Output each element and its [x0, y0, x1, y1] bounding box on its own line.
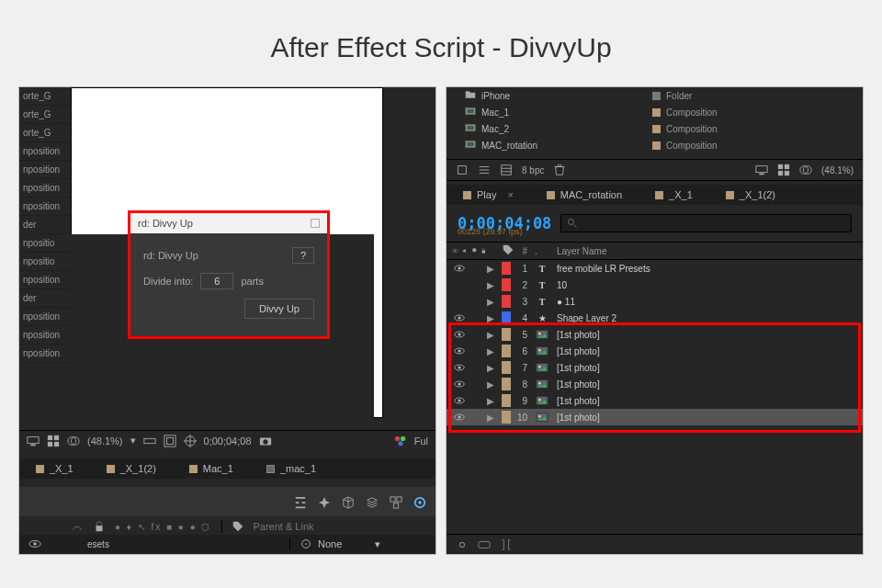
resolution-label[interactable]: Ful [414, 435, 428, 447]
close-icon[interactable] [311, 219, 320, 228]
project-item[interactable]: iPhoneFolder [447, 87, 863, 104]
project-row[interactable]: npositio [19, 253, 71, 271]
layer-row[interactable]: ▶6[1st photo] [447, 343, 863, 359]
mask-icon[interactable] [67, 435, 80, 447]
divvy-up-button[interactable]: Divvy Up [244, 299, 314, 319]
bpc-label[interactable]: 8 bpc [522, 165, 544, 175]
project-row[interactable]: nposition [19, 161, 71, 179]
flare-icon[interactable] [318, 496, 331, 509]
layer-row[interactable]: ▶1Tfree mobile LR Presets [447, 260, 863, 277]
project-row[interactable]: orte_G [19, 124, 71, 142]
project-item[interactable]: MAC_rotationComposition [447, 137, 863, 153]
svg-rect-83 [479, 541, 490, 548]
bracket-icon[interactable] [500, 538, 513, 551]
footer-timecode[interactable]: 0;00;04;08 [204, 435, 252, 447]
tab-_mac_1[interactable]: _mac_1 [250, 463, 333, 474]
svg-point-72 [458, 383, 461, 386]
svg-point-17 [401, 435, 405, 440]
svg-point-28 [305, 543, 307, 545]
project-row[interactable]: nposition [19, 271, 71, 289]
safezone-icon[interactable] [164, 435, 176, 447]
project-row[interactable]: orte_G [19, 106, 71, 124]
trash-icon[interactable] [553, 164, 566, 176]
chain-icon[interactable] [456, 538, 469, 551]
help-button[interactable]: ? [292, 247, 314, 264]
layer-row[interactable]: ▶5[1st photo] [447, 326, 863, 343]
svg-point-76 [458, 400, 461, 402]
layer-row[interactable]: ▶3T● 11 [447, 293, 863, 310]
project-row[interactable]: der [19, 289, 71, 308]
cube-icon[interactable] [342, 496, 355, 509]
project-row[interactable]: nposition [19, 142, 71, 161]
thumb-list-icon[interactable] [478, 164, 491, 176]
divide-into-label: Divide into: [143, 276, 193, 287]
layer-stack-icon[interactable] [366, 496, 379, 509]
lock-hdr-icon[interactable] [481, 244, 487, 257]
speaker-hdr-icon[interactable] [462, 244, 469, 257]
project-row[interactable]: nposition [19, 326, 71, 345]
tab-MAC_rotation[interactable]: MAC_rotation [530, 189, 639, 200]
project-row[interactable]: nposition [19, 308, 71, 326]
tab-_X_1(2)[interactable]: _X_1(2) [90, 463, 173, 474]
page-title: After Effect Script - DivvyUp [0, 0, 882, 86]
project-row[interactable]: nposition [19, 179, 71, 198]
svg-rect-35 [458, 166, 467, 175]
eye-icon[interactable] [28, 537, 41, 550]
monitor-icon[interactable] [755, 164, 768, 176]
film-icon[interactable] [500, 164, 513, 176]
tab-_X_1[interactable]: _X_1 [19, 463, 90, 474]
project-row[interactable]: nposition [19, 198, 71, 216]
pickwhip-icon[interactable] [300, 537, 312, 550]
layer-row[interactable]: ▶10[1st photo] [447, 409, 863, 425]
mask2-icon[interactable] [799, 164, 812, 176]
svg-point-60 [458, 334, 461, 336]
layer-row[interactable]: ▶4★Shape Layer 2 [447, 310, 863, 326]
palette-icon[interactable] [394, 435, 407, 447]
layer-row[interactable]: ▶8[1st photo] [447, 376, 863, 392]
project-row[interactable]: orte_G [19, 87, 71, 106]
tag-icon[interactable] [232, 520, 244, 533]
svg-point-68 [458, 367, 461, 369]
grid-small-icon[interactable] [777, 164, 790, 176]
camera-icon[interactable] [259, 435, 272, 447]
lock-icon[interactable] [93, 520, 106, 533]
project-item[interactable]: Mac_2Composition [447, 120, 863, 137]
boxes-icon[interactable] [390, 496, 402, 509]
ruler-icon[interactable] [143, 435, 156, 447]
tab-Mac_1[interactable]: Mac_1 [173, 463, 250, 474]
target-icon[interactable] [184, 435, 197, 447]
search-input[interactable] [560, 214, 852, 232]
project-row[interactable]: der [19, 216, 71, 234]
thumb-small-icon[interactable] [456, 164, 469, 176]
grid-icon[interactable] [47, 435, 60, 447]
zoom-level[interactable]: (48.1%) [87, 435, 123, 447]
layer-row[interactable]: ▶7[1st photo] [447, 359, 863, 376]
layer-row[interactable]: ▶9[1st photo] [447, 392, 863, 409]
svg-rect-2 [48, 435, 52, 439]
svg-rect-34 [467, 142, 474, 147]
svg-rect-44 [778, 164, 783, 169]
svg-point-64 [458, 350, 461, 353]
tab-_X_1(2)[interactable]: _X_1(2) [709, 189, 792, 200]
display-icon[interactable] [27, 435, 40, 447]
project-item[interactable]: Mac_1Composition [447, 104, 863, 120]
layers-list: ▶1Tfree mobile LR Presets▶2T10▶3T● 11▶4★… [447, 260, 863, 425]
tab-_X_1[interactable]: _X_1 [639, 189, 709, 200]
project-row[interactable]: nposition [19, 345, 71, 363]
divvyup-dialog: rd: Divvy Up rd: Divvy Up ? Divide into:… [128, 210, 330, 339]
tab-Play[interactable]: Play× [447, 189, 530, 200]
eye-hdr-icon[interactable] [452, 244, 458, 257]
svg-rect-30 [467, 109, 474, 114]
project-row[interactable]: npositio [19, 234, 71, 253]
svg-rect-0 [28, 436, 39, 443]
divide-into-input[interactable]: 6 [200, 273, 233, 289]
timeline-tabs: Play×MAC_rotation_X_1_X_1(2) [447, 185, 863, 205]
toggle-sw-icon[interactable] [478, 538, 491, 551]
parent-none-label: None [318, 538, 342, 549]
layer-row[interactable]: ▶2T10 [447, 277, 863, 293]
zoom2-label[interactable]: (48.1%) [821, 165, 854, 175]
svg-rect-20 [397, 497, 401, 502]
shy-icon[interactable] [71, 520, 84, 533]
align-icon[interactable] [294, 496, 307, 509]
spiral-icon[interactable] [413, 496, 426, 509]
